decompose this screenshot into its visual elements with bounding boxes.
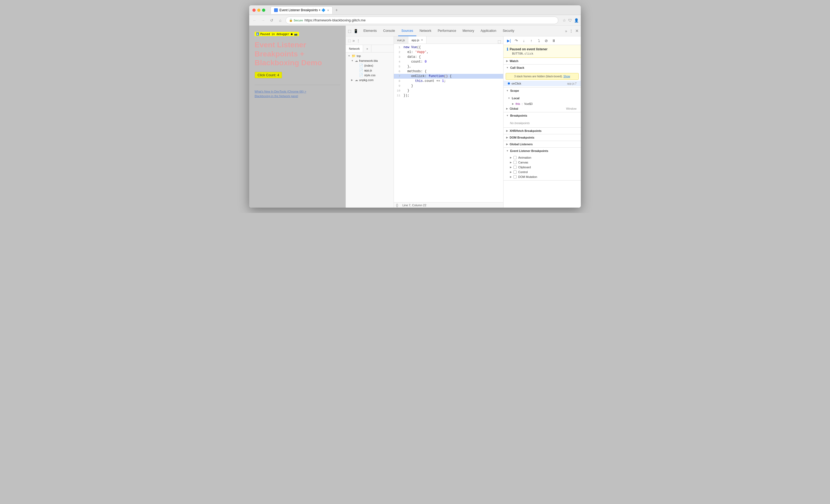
tab-sources[interactable]: Sources (398, 26, 416, 36)
editor-format-icon[interactable]: ⬚ (498, 39, 501, 43)
call-stack-header[interactable]: ▼ Call Stack (504, 64, 581, 71)
resume-button[interactable]: ▶| (506, 37, 512, 44)
file-tab-network[interactable]: Network (346, 45, 363, 52)
canvas-item[interactable]: ▶ Canvas (504, 160, 581, 165)
minimize-traffic-light[interactable] (257, 8, 260, 12)
breakpoints-content: No breakpoints (504, 119, 581, 127)
format-icon[interactable]: {} (396, 203, 398, 207)
back-button[interactable]: ← (251, 17, 258, 24)
step-over-button[interactable]: ↷ (513, 37, 519, 44)
watch-header[interactable]: ▶ Watch (504, 58, 581, 64)
xhr-header[interactable]: ▶ XHR/fetch Breakpoints (504, 128, 581, 134)
blackboxing-link[interactable]: Blackboxing in the Network panel (255, 94, 298, 98)
tab-application[interactable]: Application (477, 26, 500, 36)
editor-toolbar: ⬚ (498, 39, 503, 43)
tree-item-framework[interactable]: ▼ ☁ framework-bla (346, 58, 393, 63)
go-to-file-icon[interactable]: ⬚ (348, 39, 351, 42)
tree-arrow-unpkg: ▶ (351, 78, 354, 81)
event-listener-arrow: ▼ (506, 150, 509, 152)
this-item[interactable]: ▶ this : Vue$3 (504, 101, 581, 106)
new-tab-button[interactable]: + (334, 8, 339, 12)
pause-on-exceptions-button[interactable]: ⏸ (550, 37, 557, 44)
onclick-item[interactable]: onClick app.js:7 (504, 81, 581, 86)
this-arrow: ▶ (512, 102, 514, 105)
step-out-button[interactable]: ↑ (528, 37, 535, 44)
scope-header[interactable]: ▼ Scope (504, 88, 581, 94)
devtools-link[interactable]: What's New In DevTools (Chrome 66) > (255, 90, 306, 93)
global-listeners-header[interactable]: ▶ Global Listeners (504, 141, 581, 148)
devtools-close-button[interactable]: ✕ (575, 28, 579, 33)
global-listeners-section: ▶ Global Listeners (504, 141, 581, 148)
code-line-2: 2 el: '#app', (394, 50, 503, 55)
address-icons: ☆ 🛡 👤 (563, 18, 579, 23)
local-arrow: ▼ (508, 97, 510, 99)
browser-tab[interactable]: Event Listener Breakpoints + 🔷 ✕ (270, 6, 333, 14)
tab-security[interactable]: Security (500, 26, 517, 36)
tab-network[interactable]: Network (416, 26, 435, 36)
address-field[interactable]: 🔒 Secure https://framework-blackboxing.g… (286, 17, 558, 24)
tab-console[interactable]: Console (380, 26, 398, 36)
local-header[interactable]: ▼ Local (504, 95, 581, 101)
tree-item-stylecss[interactable]: 📄 style.css (346, 73, 393, 77)
tree-item-unpkg[interactable]: ▶ ☁ unpkg.com (346, 77, 393, 83)
dom-mutation-label: DOM Mutation (518, 175, 537, 179)
devtools-more-tabs[interactable]: » (565, 29, 567, 33)
tree-item-appjs[interactable]: 📄 app.js (346, 68, 393, 73)
file-tab-more[interactable]: » (363, 45, 372, 52)
tree-item-index[interactable]: 📄 (index) (346, 63, 393, 68)
tab-elements[interactable]: Elements (360, 26, 380, 36)
event-listener-header[interactable]: ▼ Event Listener Breakpoints (504, 148, 581, 154)
tab-memory[interactable]: Memory (459, 26, 477, 36)
devtools-settings-icon[interactable]: ⋮ (569, 29, 573, 33)
code-area[interactable]: 1 new Vue({ 2 el: '#app', 3 data: { (394, 44, 503, 202)
clipboard-checkbox[interactable] (513, 166, 517, 169)
step-into-button[interactable]: ↓ (521, 37, 527, 44)
file-panel-settings[interactable]: ⋮ (356, 38, 360, 43)
this-value: Vue$3 (524, 102, 532, 105)
refresh-button[interactable]: ↺ (268, 17, 275, 24)
animation-item[interactable]: ▶ Animation (504, 155, 581, 160)
show-blackbox-link[interactable]: Show (564, 75, 570, 78)
control-item[interactable]: ▶ Control (504, 169, 581, 175)
device-icon[interactable]: 📱 (353, 29, 358, 33)
editor-tab-appjs-close[interactable]: ✕ (421, 38, 423, 41)
editor-tab-appjs[interactable]: app.js ✕ (408, 36, 426, 43)
event-listener-content: ▶ Animation ▶ Canvas ▶ (504, 154, 581, 180)
forward-button[interactable]: → (260, 17, 266, 24)
dom-breakpoints-header[interactable]: ▶ DOM Breakpoints (504, 134, 581, 141)
file-tree: ▼ 📁 top ▼ ☁ framework-bla 📄 (inde (346, 53, 393, 208)
dom-mutation-item[interactable]: ▶ DOM Mutation (504, 175, 581, 179)
code-line-10: 10 } (394, 88, 503, 93)
editor-tab-vuejs[interactable]: vue.js (394, 36, 408, 43)
tree-item-top[interactable]: ▼ 📁 top (346, 54, 393, 58)
canvas-checkbox[interactable] (513, 161, 517, 164)
maximize-traffic-light[interactable] (262, 8, 265, 12)
animation-checkbox[interactable] (513, 156, 517, 159)
tab-performance[interactable]: Performance (435, 26, 459, 36)
code-line-5: 5 }, (394, 64, 503, 69)
bookmark-icon[interactable]: ☆ (563, 18, 566, 23)
account-icon[interactable]: 👤 (574, 18, 579, 23)
control-checkbox[interactable] (513, 170, 517, 174)
paused-info: ℹ Paused on event listener BUTTON.click (504, 45, 581, 58)
watch-label: Watch (510, 59, 518, 63)
tab-close-button[interactable]: ✕ (327, 9, 329, 12)
step-button[interactable]: ⤵ (536, 37, 542, 44)
clipboard-item[interactable]: ▶ Clipboard (504, 165, 581, 169)
breakpoints-label: Breakpoints (510, 114, 527, 117)
click-count-button[interactable]: Click Count: 4 (255, 72, 282, 78)
deactivate-breakpoints-button[interactable]: ⊘ (543, 37, 549, 44)
secure-badge: 🔒 Secure (289, 19, 303, 22)
breakpoints-header[interactable]: ▼ Breakpoints (504, 113, 581, 119)
file-panel-more[interactable]: » (352, 38, 355, 43)
code-line-8: 8 this.count += 1; (394, 78, 503, 84)
close-traffic-light[interactable] (252, 8, 256, 12)
clipboard-label: Clipboard (518, 166, 531, 169)
main-area: ▶ Paused in debugger ⏺ 📷 Event Listener … (249, 26, 581, 208)
inspect-icon[interactable]: ⬚ (348, 29, 351, 33)
global-row[interactable]: ▶ Global Window (504, 106, 581, 111)
editor-tabs: vue.js app.js ✕ ⬚ (394, 36, 503, 44)
dom-mutation-checkbox[interactable] (513, 175, 517, 179)
home-button[interactable]: ⌂ (277, 17, 283, 24)
tree-label-appjs: app.js (364, 69, 391, 72)
